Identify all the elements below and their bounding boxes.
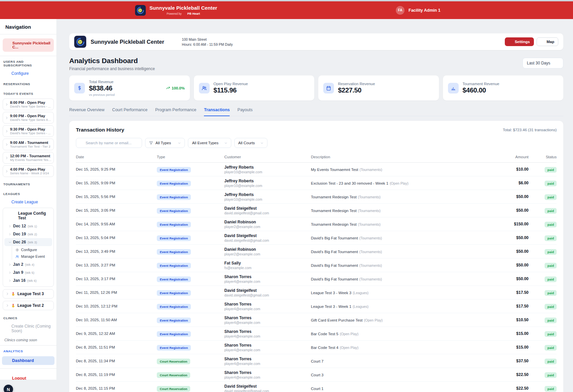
week-action-configure[interactable]: Configure xyxy=(15,246,52,253)
tab-program-performance[interactable]: Program Performance xyxy=(155,108,196,116)
league-card[interactable]: League Test 3 xyxy=(3,289,54,299)
tab-payouts[interactable]: Payouts xyxy=(237,108,252,116)
transaction-row[interactable]: Dec 8, 2025, 11:19 PMCourt ReservationSh… xyxy=(76,368,557,382)
transaction-amount: $50.00 xyxy=(485,263,529,267)
transaction-row[interactable]: Dec 15, 2025, 5:56 PMEvent RegistrationJ… xyxy=(76,190,557,204)
transaction-row[interactable]: Dec 14, 2025, 9:55 AMEvent RegistrationD… xyxy=(76,217,557,231)
dev-tools-badge[interactable]: N xyxy=(4,385,13,392)
event-card[interactable]: 9:00 AM - TournamentTournament Tier Test… xyxy=(3,139,54,150)
sidebar-item-facility[interactable]: Sunnyvale Pickleball C... xyxy=(3,38,54,52)
type-badge: Court Reservation xyxy=(157,359,190,364)
chevron-right-icon xyxy=(8,225,11,228)
transaction-row[interactable]: Dec 10, 2025, 12:12 PMEvent Registration… xyxy=(76,300,557,313)
filter-all-courts[interactable]: All Courts xyxy=(234,138,268,148)
notifications-bell-icon[interactable] xyxy=(386,7,392,13)
type-badge: Event Registration xyxy=(157,194,191,200)
transaction-status: paid xyxy=(529,194,557,200)
transaction-row[interactable]: Dec 8, 2025, 11:15 PMCourt ReservationDa… xyxy=(76,382,557,392)
week-children: ConfigureManage Event xyxy=(12,246,52,260)
app-title: Sunnyvale Pickleball Center xyxy=(149,5,217,11)
customer-email: david.steigelfest@gmail.com xyxy=(224,389,311,392)
transaction-row[interactable]: Dec 15, 2025, 9:25 PMEvent RegistrationJ… xyxy=(76,163,557,176)
search-input[interactable] xyxy=(86,141,138,145)
section-tournaments[interactable]: TOURNAMENTS xyxy=(0,179,56,188)
column-header-type: Type xyxy=(157,155,224,159)
league-week-row[interactable]: Jan 2(Wk 4) xyxy=(4,260,52,268)
user-avatar[interactable]: FA xyxy=(396,6,405,15)
chevron-down-icon xyxy=(6,214,9,218)
section-todays-events[interactable]: TODAY'S EVENTS xyxy=(0,88,56,98)
section-analytics[interactable]: ANALYTICS xyxy=(0,346,56,355)
create-league-link[interactable]: Create League xyxy=(0,198,56,207)
filter-all-event-types[interactable]: All Event Types xyxy=(188,138,231,148)
transaction-row[interactable]: Dec 15, 2025, 3:05 PMEvent RegistrationD… xyxy=(76,204,557,217)
league-week-row[interactable]: Jan 9(Wk 5) xyxy=(4,268,52,276)
transaction-row[interactable]: Dec 9, 2025, 12:32 AMEvent RegistrationS… xyxy=(76,327,557,341)
transaction-row[interactable]: Dec 8, 2025, 11:51 PMEvent RegistrationS… xyxy=(76,341,557,354)
section-leagues[interactable]: LEAGUES xyxy=(0,188,56,198)
league-week-row[interactable]: Dec 19(Wk 2) xyxy=(4,230,52,238)
type-badge: Event Registration xyxy=(157,290,191,296)
transaction-row[interactable]: Dec 13, 2025, 5:04 PMEvent RegistrationD… xyxy=(76,231,557,245)
description-text: Court 7 xyxy=(311,359,324,363)
column-header-status: Status xyxy=(529,155,557,159)
transaction-row[interactable]: Dec 15, 2025, 9:09 PMEvent RegistrationJ… xyxy=(76,176,557,190)
transaction-row[interactable]: Dec 13, 2025, 3:27 PMEvent RegistrationF… xyxy=(76,258,557,272)
event-card[interactable]: 4:00 PM - Open PlaySeries Name - Week 2 … xyxy=(3,165,54,177)
user-menu[interactable]: Facility Admin 1 xyxy=(409,8,440,13)
transaction-row[interactable]: Dec 8, 2025, 11:34 PMCourt ReservationSh… xyxy=(76,354,557,368)
tab-court-performance[interactable]: Court Performance xyxy=(112,108,148,116)
customer-name: Jeffrey Roberts xyxy=(224,192,311,197)
league-week-row[interactable]: Jan 16(Wk 6) xyxy=(4,276,52,284)
league-tree-header[interactable]: League Config Test xyxy=(4,209,52,222)
configure-link[interactable]: Configure xyxy=(0,69,56,78)
customer-name: Sharon Torres xyxy=(224,329,311,334)
event-card[interactable]: 8:00 PM - Open PlayDavid's New Type Seri… xyxy=(3,99,54,110)
transaction-row[interactable]: Dec 10, 2025, 11:50 AMEvent Registration… xyxy=(76,313,557,327)
event-card[interactable]: 9:30 PM - Open PlayDavid's New Type Seri… xyxy=(3,125,54,137)
settings-button[interactable]: Settings xyxy=(505,37,534,46)
sidebar: Navigation Sunnyvale Pickleball C... USE… xyxy=(0,19,57,380)
app: Sunnyvale Pickleball Center Powered by P… xyxy=(0,0,573,392)
chart-icon xyxy=(448,83,459,93)
transaction-amount: $22.50 xyxy=(485,386,529,391)
facility-address: 100 Main Street xyxy=(177,37,233,41)
status-badge: paid xyxy=(545,372,557,378)
description-text: Tournament Redesign Test xyxy=(311,222,357,226)
customer-email: player2@example.com xyxy=(224,225,311,229)
people-icon xyxy=(202,85,207,91)
customer-email: player4@example.com xyxy=(224,321,311,325)
metric-text: Total Revenue$838.46vs previous period xyxy=(89,80,115,96)
period-select[interactable]: Last 30 Days xyxy=(523,58,563,68)
chevron-down-icon[interactable] xyxy=(444,8,448,12)
transaction-row[interactable]: Dec 11, 2025, 12:26 PMEvent Registration… xyxy=(76,286,557,300)
transaction-row[interactable]: Dec 13, 2025, 3:49 PMEvent RegistrationD… xyxy=(76,245,557,258)
map-button[interactable]: Map xyxy=(537,37,558,46)
hours-text: Hours: 6:00 AM - 11:59 PM Daily xyxy=(182,42,233,46)
league-week-row[interactable]: Dec 12(Wk 1) xyxy=(4,222,52,230)
description-tag: (Tournaments) xyxy=(358,222,381,226)
filter-all-types[interactable]: All Types xyxy=(145,138,185,148)
section-users-subscriptions[interactable]: USERS AND SUBSCRIPTIONS xyxy=(0,56,56,69)
transaction-date: Dec 8, 2025, 11:34 PM xyxy=(76,359,157,363)
customer-name: David Steigelfest xyxy=(224,233,311,238)
sidebar-item-dashboard[interactable]: Dashboard xyxy=(2,356,54,365)
customer-name: Fat Sally xyxy=(224,261,311,265)
logout-button[interactable]: Logout xyxy=(0,372,56,380)
page-subtitle: Financial performance and business intel… xyxy=(69,66,155,71)
week-action-manage-event[interactable]: Manage Event xyxy=(15,253,52,260)
league-card[interactable]: League Test 2 xyxy=(3,301,54,310)
event-card[interactable]: 12:00 PM - TournamentMy Events Tournaemn… xyxy=(3,152,54,164)
column-header-amount: Amount xyxy=(485,155,529,159)
section-label: CLINICS xyxy=(3,316,17,320)
tab-transactions[interactable]: Transactions xyxy=(204,108,230,116)
status-badge: paid xyxy=(545,194,557,200)
transaction-row[interactable]: Dec 13, 2025, 3:17 PMEvent RegistrationS… xyxy=(76,272,557,286)
section-clinics[interactable]: CLINICS xyxy=(0,313,56,322)
tab-revenue-overview[interactable]: Revenue Overview xyxy=(69,108,105,116)
event-card[interactable]: 9:00 PM - Open PlayDavid's New Type Seri… xyxy=(3,112,54,124)
search-box[interactable] xyxy=(76,138,142,148)
sidebar-heading: Navigation xyxy=(0,19,56,34)
league-week-row[interactable]: Dec 26(Wk 3) xyxy=(4,238,52,246)
section-reservations[interactable]: RESERVATIONS xyxy=(0,78,56,88)
